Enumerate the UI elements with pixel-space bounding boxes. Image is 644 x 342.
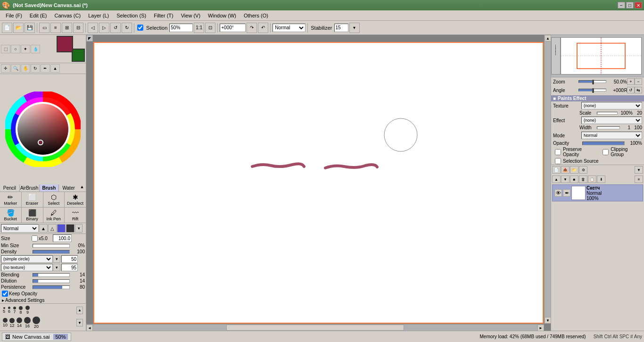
canvas-area[interactable]: ◤ ▲ ▼ ◄ ►	[86, 35, 551, 331]
scroll-presets-down[interactable]: ▼	[76, 319, 83, 326]
scale-slider[interactable]	[597, 112, 618, 115]
tab-pencil[interactable]: Pencil	[0, 184, 20, 192]
magic-wand-tool[interactable]: ✦	[21, 45, 30, 53]
preserve-opacity-checkbox[interactable]	[555, 149, 561, 155]
stabilizer-dropdown[interactable]: ▾	[349, 23, 360, 33]
layer-scroll-btn[interactable]: ≡	[635, 175, 643, 183]
preset-6[interactable]: 6	[8, 307, 10, 314]
shape-btn1[interactable]: ▲	[39, 224, 48, 233]
preset-7[interactable]: 7	[13, 307, 16, 314]
close-button[interactable]: ✕	[635, 2, 642, 8]
nav-btn2[interactable]: ▷	[99, 23, 109, 33]
bg-color[interactable]	[72, 49, 85, 62]
stabilizer-input[interactable]	[334, 24, 348, 32]
move-layer-down-btn[interactable]: ▼	[561, 175, 570, 183]
size-checkbox[interactable]	[32, 235, 38, 242]
keep-opacity-checkbox[interactable]	[2, 291, 8, 297]
menu-others[interactable]: Others (O)	[240, 12, 272, 19]
brush-shape-dropdown[interactable]: ▾	[53, 255, 60, 263]
texture-dropdown[interactable]: ▾	[53, 264, 60, 271]
color-mode1[interactable]	[57, 224, 66, 233]
texture-rp-select[interactable]: (none)	[581, 102, 642, 109]
size-value[interactable]	[53, 234, 72, 242]
new-layer-btn[interactable]: 📄	[552, 166, 561, 174]
tab-airbrush[interactable]: AirBrush	[20, 184, 40, 192]
rotate-tool[interactable]: ↻	[31, 64, 40, 73]
new-button[interactable]: 📄	[2, 23, 12, 33]
scroll-down-brush[interactable]: ▾	[75, 224, 83, 233]
selection-rect-tool[interactable]: ⬚	[1, 45, 10, 53]
menu-file[interactable]: File (F)	[2, 12, 26, 19]
rift-tool[interactable]: 〰 Rift	[65, 208, 86, 223]
folder-btn[interactable]: 📁	[570, 166, 578, 174]
fill-tool[interactable]: ▲	[50, 64, 60, 73]
binary-tool[interactable]: ⬛ Binary	[22, 208, 43, 223]
scroll-left-btn[interactable]: ◄	[86, 325, 93, 331]
zoom-fit-btn[interactable]: ⊡	[205, 23, 215, 33]
menu-selection[interactable]: Selection (S)	[113, 12, 150, 19]
menu-filter[interactable]: Filter (T)	[150, 12, 177, 19]
drawing-canvas[interactable]	[93, 42, 544, 324]
color-mode2[interactable]	[66, 224, 74, 233]
zoom-plus-btn[interactable]: +	[627, 78, 635, 85]
scroll-down-btn[interactable]: ▼	[545, 317, 551, 324]
tab-brush[interactable]: Brush	[40, 184, 59, 192]
blending-bar[interactable]	[33, 273, 70, 277]
texture-value[interactable]	[61, 264, 78, 271]
preset-10[interactable]: 10	[3, 318, 8, 327]
zoom-input[interactable]	[169, 24, 193, 32]
layer-item[interactable]: 👁 ✒ Скетч Normal 100%	[552, 184, 643, 201]
minimize-button[interactable]: −	[618, 2, 625, 8]
inkpen-tool[interactable]: 🖊 Ink Pen	[43, 208, 65, 223]
preset-9[interactable]: 9	[25, 306, 30, 315]
scroll-presets-up[interactable]: ▲	[76, 307, 83, 314]
nav-btn4[interactable]: ↻	[122, 23, 132, 33]
layer-eye-icon[interactable]: 👁	[554, 189, 562, 197]
preset-8[interactable]: 8	[19, 306, 23, 315]
rp-opacity-bar[interactable]	[582, 142, 625, 145]
tool-icon4[interactable]: ⊟	[73, 23, 83, 33]
navigator-mini[interactable]: │ │ │	[551, 35, 644, 77]
tab-water[interactable]: Water	[59, 184, 78, 192]
rotation-input[interactable]	[220, 24, 246, 32]
delete-layer-btn[interactable]: 🗑	[579, 175, 587, 183]
tool-icon3[interactable]: ⊞	[62, 23, 72, 33]
mode-select[interactable]: Normal	[272, 24, 305, 32]
canvas-scroll-top-left[interactable]: ◤	[86, 35, 93, 42]
scrollbar-bottom[interactable]: ◄ ►	[86, 324, 544, 331]
deselect-tool[interactable]: ✱ Deselect	[65, 192, 86, 207]
select-tool[interactable]: ⬡ Select	[43, 192, 65, 207]
width-slider[interactable]	[597, 126, 620, 129]
clipping-group-checkbox[interactable]	[603, 149, 609, 155]
hand-tool[interactable]: ✋	[21, 64, 30, 73]
layer-settings-btn[interactable]: ⚙	[579, 166, 587, 174]
zoom-100-btn[interactable]: 1:1	[194, 23, 204, 33]
advanced-settings-btn[interactable]: ▸ Advanced Settings	[0, 297, 86, 303]
dropper-tool[interactable]: 💧	[31, 45, 40, 53]
preset-12[interactable]: 12	[9, 318, 15, 328]
preset-5[interactable]: 5	[3, 307, 5, 314]
preset-16[interactable]: 16	[24, 317, 31, 328]
effect-select[interactable]: (none)	[581, 117, 642, 124]
menu-window[interactable]: Window (W)	[204, 12, 240, 19]
menu-edit[interactable]: Edit (E)	[26, 12, 51, 19]
scroll-up-btn[interactable]: ▲	[545, 35, 551, 42]
menu-view[interactable]: View (V)	[177, 12, 204, 19]
merge-btn[interactable]: ▼	[635, 166, 643, 174]
color-swatch-area[interactable]	[57, 36, 85, 62]
marker-tool[interactable]: ✏ Marker	[0, 192, 22, 207]
nav-btn3[interactable]: ↺	[110, 23, 121, 33]
nav-btn1[interactable]: ◁	[88, 23, 98, 33]
pen-tool[interactable]: ✒	[41, 64, 50, 73]
fg-color[interactable]	[57, 36, 73, 52]
scroll-right-btn[interactable]: ►	[537, 325, 544, 331]
angle-flip-btn[interactable]: ⇆	[635, 87, 642, 93]
preset-14[interactable]: 14	[17, 317, 22, 328]
canvas-svg[interactable]	[94, 43, 543, 323]
save-button[interactable]: 💾	[25, 23, 35, 33]
zoom-tool[interactable]: 🔍	[11, 64, 20, 73]
menu-canvas[interactable]: Canvas (C)	[51, 12, 85, 19]
angle-reset-btn[interactable]: ↺	[627, 87, 635, 93]
maximize-button[interactable]: □	[626, 2, 634, 8]
canvas-tab[interactable]: 🖼 New Canvas.sai 50%	[2, 333, 71, 341]
